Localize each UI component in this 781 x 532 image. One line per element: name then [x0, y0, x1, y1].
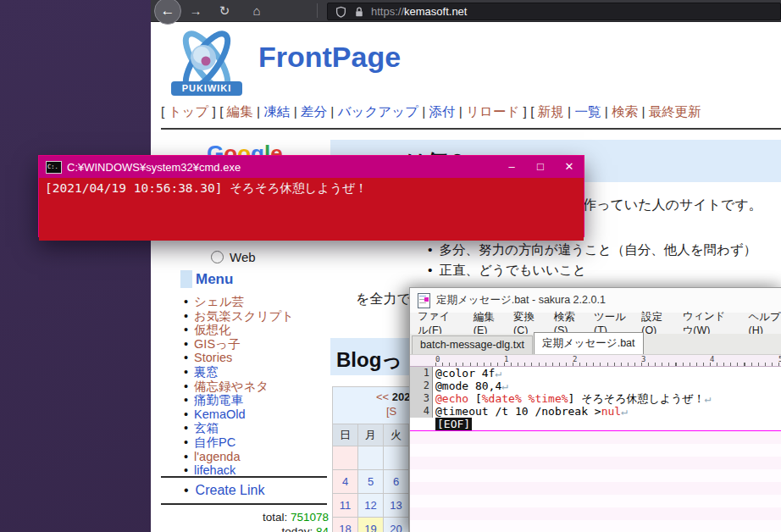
- menu-link[interactable]: Stories: [194, 351, 232, 364]
- search-scope-web: Web: [211, 250, 256, 264]
- shield-icon[interactable]: [335, 6, 346, 18]
- counter-today: today: 84: [161, 525, 329, 532]
- back-button[interactable]: ←: [154, 0, 181, 25]
- radio-web-label: Web: [230, 250, 256, 264]
- counter-total: total: 751078: [161, 511, 329, 524]
- nav-link[interactable]: 編集: [227, 104, 253, 119]
- editor-tab[interactable]: 定期メッセージ.bat: [534, 332, 644, 354]
- browser-toolbar: ← → ↻ ⌂ https://kemasoft.net: [151, 0, 781, 22]
- sidebar-menu-item: 備忘録やネタ: [184, 380, 294, 394]
- nav-link[interactable]: トップ: [169, 104, 209, 119]
- menu-link[interactable]: l'agenda: [194, 450, 240, 463]
- nav-separator: |: [253, 104, 264, 119]
- menu-link[interactable]: GISっ子: [194, 337, 240, 351]
- divider: [161, 503, 327, 505]
- list-item: 正直、どうでもいいこと: [428, 260, 756, 280]
- cmd-title: C:¥WINDOWS¥system32¥cmd.exe: [67, 161, 497, 174]
- menu-link[interactable]: 備忘録やネタ: [194, 380, 269, 393]
- cmd-window: C:. C:¥WINDOWS¥system32¥cmd.exe – □ ✕ [2…: [38, 155, 584, 237]
- forward-button[interactable]: →: [185, 0, 207, 21]
- editor-tab[interactable]: batch-message-dlg.txt: [412, 335, 533, 354]
- calendar-day-cell[interactable]: 5: [358, 470, 384, 494]
- menu-link[interactable]: 痛勤電車: [194, 393, 243, 407]
- maximize-button[interactable]: □: [526, 156, 555, 178]
- nav-separator: ] [: [208, 104, 227, 119]
- nav-link[interactable]: 最終更新: [649, 104, 701, 119]
- code-line: 2@mode 80,4↵: [410, 380, 781, 392]
- radio-web[interactable]: [211, 251, 224, 263]
- ruler-number: 3: [641, 355, 645, 363]
- calendar-day-cell[interactable]: 20: [384, 518, 409, 532]
- menu-link[interactable]: KemaOld: [194, 407, 245, 421]
- url-bar[interactable]: https://kemasoft.net: [327, 3, 781, 20]
- nav-link[interactable]: 検索: [612, 104, 638, 119]
- calendar-day-cell[interactable]: 11: [332, 494, 358, 518]
- lock-icon[interactable]: [354, 6, 364, 18]
- calendar-day-cell: [384, 446, 409, 470]
- calendar-day-header: 火: [384, 424, 409, 446]
- calendar-start-link[interactable]: [S: [386, 405, 396, 418]
- sidebar-menu-item: 自作PC: [184, 435, 294, 450]
- menu-link[interactable]: お気楽スクリプト: [194, 309, 294, 323]
- calendar-day-cell[interactable]: 19: [358, 518, 384, 532]
- nav-separator: |: [456, 104, 467, 119]
- menu-link[interactable]: 玄箱: [194, 421, 219, 435]
- nav-link[interactable]: バックアップ: [338, 104, 418, 119]
- page-title: FrontPage: [258, 41, 401, 74]
- calendar-day-cell: [332, 446, 358, 470]
- calendar-day-cell[interactable]: 18: [332, 518, 358, 532]
- sidebar-menu-item: 痛勤電車: [184, 393, 294, 407]
- nav-separator: |: [327, 104, 338, 119]
- ruler-number: 1: [504, 355, 508, 363]
- menu-list: シェル芸お気楽スクリプト仮想化GISっ子Stories裏窓備忘録やネタ痛勤電車K…: [184, 295, 294, 478]
- sidebar-menu-item: 玄箱: [184, 421, 294, 435]
- menu-heading: Menu: [180, 270, 233, 288]
- code-text: @timeout /t 10 /nobreak >nul↵: [433, 405, 628, 418]
- code-line: 3@echo [%date% %time%] そろそろ休憩しようぜ！↵: [410, 392, 781, 405]
- calendar-prev-link[interactable]: <<: [376, 391, 389, 403]
- sakura-menubar: ファイル(F)編集(E)変換(C)検索(S)ツール(T)設定(O)ウィンドウ(W…: [410, 313, 781, 334]
- nav-separator: |: [638, 104, 649, 119]
- menu-link[interactable]: シェル芸: [194, 295, 244, 308]
- toolbar-separator: [317, 3, 318, 18]
- sakura-menu-item[interactable]: ヘルプ(H): [749, 310, 781, 336]
- sakura-editor[interactable]: 1@color 4f↵2@mode 80,4↵3@echo [%date% %t…: [410, 367, 781, 532]
- nav-separator: |: [290, 104, 301, 119]
- cmd-titlebar[interactable]: C:. C:¥WINDOWS¥system32¥cmd.exe – □ ✕: [39, 156, 584, 178]
- menu-link[interactable]: 裏窓: [194, 365, 219, 379]
- intro-paragraph: 作っていた人のサイトです。: [583, 197, 762, 214]
- create-link[interactable]: Create Link: [184, 483, 264, 498]
- ruler-number: 2: [573, 355, 577, 363]
- calendar-day-cell[interactable]: 13: [384, 494, 409, 518]
- sakura-ruler: 012345: [410, 355, 781, 367]
- menu-link[interactable]: 自作PC: [194, 435, 235, 449]
- nav-link[interactable]: 添付: [429, 104, 456, 119]
- calendar-day-cell[interactable]: 4: [332, 470, 358, 494]
- calendar-day-cell[interactable]: 12: [358, 494, 384, 518]
- document-icon: [418, 293, 430, 308]
- nav-separator: |: [601, 104, 612, 119]
- home-icon: ⌂: [252, 3, 260, 18]
- menu-link[interactable]: 仮想化: [194, 323, 231, 336]
- nav-link[interactable]: 差分: [301, 104, 327, 119]
- sakura-menu-item[interactable]: 編集(E): [474, 310, 499, 336]
- sidebar-menu-item: 仮想化: [184, 323, 294, 337]
- home-button[interactable]: ⌂: [246, 0, 268, 21]
- sakura-menu-item[interactable]: 設定(O): [641, 310, 667, 336]
- reload-button[interactable]: ↻: [213, 0, 235, 21]
- minimize-button[interactable]: –: [497, 156, 526, 178]
- calendar-day-cell[interactable]: 6: [384, 470, 409, 494]
- line-number: 2: [410, 380, 433, 392]
- calendar-day-cell: [358, 446, 384, 470]
- line-number: 3: [410, 392, 433, 405]
- close-button[interactable]: ✕: [555, 156, 584, 178]
- nav-link[interactable]: 凍結: [263, 104, 290, 119]
- nav-separator: [: [161, 104, 169, 119]
- nav-link[interactable]: 一覧: [574, 104, 601, 119]
- nav-link[interactable]: リロード: [466, 104, 519, 119]
- cmd-output: [2021/04/19 10:56:38.30] そろそろ休憩しようぜ！: [39, 178, 584, 241]
- nav-link[interactable]: 新規: [538, 104, 564, 119]
- calendar-day-header: 月: [358, 424, 384, 446]
- menu-link[interactable]: lifehack: [194, 463, 235, 477]
- desktop: ← → ↻ ⌂ https://kemasoft.net PUKIWIKI: [0, 0, 781, 532]
